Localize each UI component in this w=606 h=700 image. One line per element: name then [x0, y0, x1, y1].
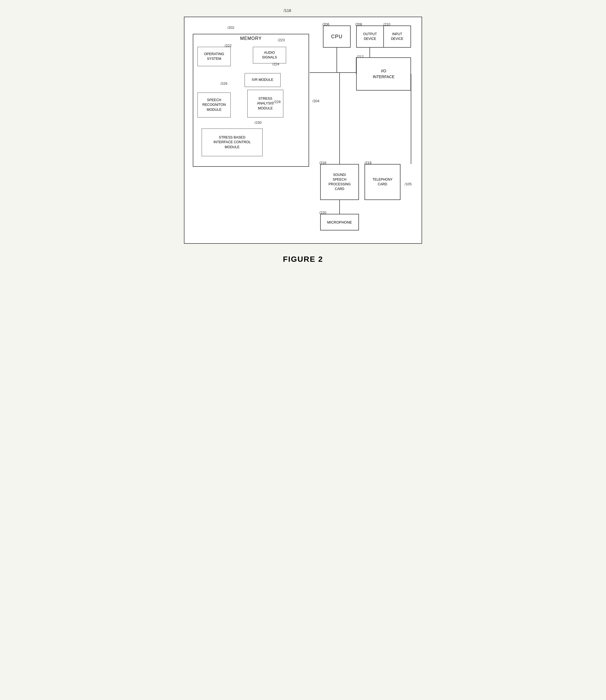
- mic-box: MICROPHONE: [320, 214, 359, 231]
- speech-label: SPEECH RECOGNITON MODULE: [203, 98, 226, 113]
- ivr-label: IVR MODULE: [252, 77, 273, 83]
- io-box: I/O INTERFACE: [356, 57, 411, 91]
- speech-box: SPEECH RECOGNITON MODULE: [197, 93, 231, 117]
- cpu-label: CPU: [331, 34, 342, 40]
- ref-226: /226: [220, 81, 227, 86]
- outer-box: MEMORY OPERATING SYSTEM AUDIO SIGNALS IV…: [184, 17, 422, 244]
- ref-212: /212: [357, 54, 364, 59]
- ref-202: /202: [227, 25, 234, 30]
- ref-223: /223: [278, 38, 285, 42]
- ref-116-label: /116: [284, 8, 291, 13]
- mic-label: MICROPHONE: [327, 220, 352, 225]
- ref-224: /224: [272, 62, 279, 66]
- ref-105: /105: [405, 182, 412, 186]
- input-box: INPUT DEVICE: [383, 25, 411, 48]
- io-label: I/O INTERFACE: [373, 68, 395, 80]
- ref-218: /218: [365, 161, 371, 165]
- audio-label: AUDIO SIGNALS: [262, 50, 277, 60]
- os-box: OPERATING SYSTEM: [197, 47, 231, 66]
- stress-analysis-label: STRESS ANALYSIS MODULE: [257, 96, 274, 111]
- ref-210: /210: [383, 22, 390, 26]
- stress-control-box: STRESS BASED INTERFACE CONTROL MODULE: [202, 129, 262, 156]
- ref-208: /208: [355, 22, 362, 26]
- audio-box: AUDIO SIGNALS: [253, 47, 286, 64]
- telephony-box: TELEPHONY CARD: [365, 164, 400, 200]
- diagram-wrapper: /116: [184, 17, 422, 244]
- ref-216: /216: [319, 161, 326, 165]
- ref-230: /230: [255, 120, 261, 125]
- sound-box: SOUND/ SPEECH PROCESSING CARD: [320, 164, 359, 200]
- ref-206: /206: [322, 22, 329, 26]
- os-label: OPERATING SYSTEM: [204, 52, 224, 62]
- memory-box: MEMORY OPERATING SYSTEM AUDIO SIGNALS IV…: [193, 34, 309, 167]
- sound-label: SOUND/ SPEECH PROCESSING CARD: [328, 172, 351, 191]
- figure-label: FIGURE 2: [283, 255, 323, 264]
- input-label: INPUT DEVICE: [391, 32, 403, 41]
- ref-220: /220: [319, 211, 326, 215]
- ref-222: /222: [225, 44, 232, 48]
- output-box: OUTPUT DEVICE: [356, 25, 384, 48]
- telephony-label: TELEPHONY CARD: [373, 177, 393, 187]
- page-container: /116: [178, 5, 428, 264]
- stress-control-label: STRESS BASED INTERFACE CONTROL MODULE: [213, 135, 251, 150]
- memory-title: MEMORY: [193, 34, 308, 42]
- cpu-box: CPU: [323, 25, 351, 48]
- ref-204: /204: [312, 99, 319, 103]
- ivr-box: IVR MODULE: [244, 73, 281, 87]
- output-label: OUTPUT DEVICE: [363, 32, 377, 41]
- ref-228: /228: [274, 100, 281, 104]
